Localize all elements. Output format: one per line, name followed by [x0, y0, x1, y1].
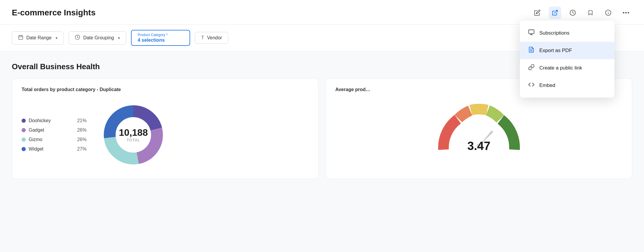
subscriptions-icon — [528, 29, 535, 37]
menu-item-export-pdf[interactable]: Export as PDF — [520, 42, 614, 59]
legend-pct-gadget: 26% — [75, 127, 87, 133]
embed-icon — [528, 81, 535, 89]
vendor-filter[interactable]: T Vendor — [195, 32, 228, 44]
date-range-chevron: ▾ — [56, 36, 58, 40]
legend-name-gadget: Gadget — [29, 127, 72, 133]
donut-svg — [101, 102, 166, 167]
donut-chart-inner: Doohickey 21% Gadget 26% Gizmo 26% — [22, 99, 309, 167]
history-button[interactable] — [567, 7, 579, 19]
legend-dot-gizmo — [22, 138, 26, 142]
gauge-chart-wrap: 3.47 — [335, 99, 622, 161]
gauge-svg — [432, 102, 526, 161]
svg-point-7 — [628, 12, 629, 14]
export-pdf-label: Export as PDF — [539, 48, 572, 54]
subscriptions-label: Subscriptions — [539, 30, 569, 36]
date-range-filter[interactable]: Date Range ▾ — [12, 31, 64, 45]
export-pdf-icon — [528, 46, 535, 54]
legend-dot-gadget — [22, 128, 26, 132]
donut-legend: Doohickey 21% Gadget 26% Gizmo 26% — [22, 118, 87, 152]
legend-pct-widget: 27% — [75, 146, 87, 152]
date-grouping-filter[interactable]: Date Grouping ▾ — [69, 31, 126, 45]
legend-item-gadget: Gadget 26% — [22, 127, 87, 133]
svg-line-0 — [554, 10, 557, 13]
public-link-label: Create a public link — [539, 65, 582, 71]
menu-item-embed[interactable]: Embed — [520, 77, 614, 94]
vendor-icon: T — [201, 35, 204, 41]
legend-name-doohickey: Doohickey — [29, 118, 72, 123]
menu-item-public-link[interactable]: Create a public link — [520, 59, 614, 77]
gauge-value: 3.47 — [467, 139, 491, 153]
legend-item-doohickey: Doohickey 21% — [22, 118, 87, 123]
product-category-filter-label: Product Category * — [137, 33, 167, 37]
header-actions — [531, 7, 632, 19]
legend-item-widget: Widget 27% — [22, 146, 87, 152]
date-range-label: Date Range — [26, 35, 51, 41]
edit-button[interactable] — [531, 7, 543, 19]
svg-point-5 — [623, 12, 624, 14]
menu-item-subscriptions[interactable]: Subscriptions — [520, 24, 614, 42]
legend-item-gizmo: Gizmo 26% — [22, 137, 87, 142]
share-button[interactable] — [549, 7, 561, 19]
calendar-icon — [18, 35, 23, 41]
popover-menu: Subscriptions Export as PDF Create a pub… — [520, 21, 614, 98]
svg-rect-19 — [529, 30, 534, 34]
date-grouping-chevron: ▾ — [118, 36, 120, 40]
svg-point-6 — [625, 12, 627, 14]
product-category-filter[interactable]: Product Category * 4 selections — [131, 30, 190, 46]
legend-pct-gizmo: 26% — [75, 137, 87, 142]
vendor-label: Vendor — [207, 35, 222, 41]
legend-dot-widget — [22, 147, 26, 151]
page-title: E-commerce Insights — [12, 8, 96, 17]
more-button[interactable] — [620, 7, 632, 19]
donut-chart-card: Total orders by product category - Dupli… — [12, 78, 318, 179]
donut-chart-title: Total orders by product category - Dupli… — [22, 87, 309, 92]
legend-name-widget: Widget — [29, 146, 72, 152]
date-grouping-label: Date Grouping — [83, 35, 114, 41]
svg-rect-8 — [19, 35, 23, 40]
product-category-filter-value: 4 selections — [137, 38, 165, 43]
legend-dot-doohickey — [22, 119, 26, 123]
donut-chart-svg-wrap: 10,188 TOTAL — [101, 102, 166, 167]
legend-name-gizmo: Gizmo — [29, 137, 72, 142]
legend-pct-doohickey: 21% — [75, 118, 87, 123]
embed-label: Embed — [539, 83, 555, 88]
clock-icon — [75, 35, 80, 41]
bookmark-button[interactable] — [584, 7, 597, 19]
info-button[interactable] — [602, 7, 614, 19]
public-link-icon — [528, 64, 535, 72]
